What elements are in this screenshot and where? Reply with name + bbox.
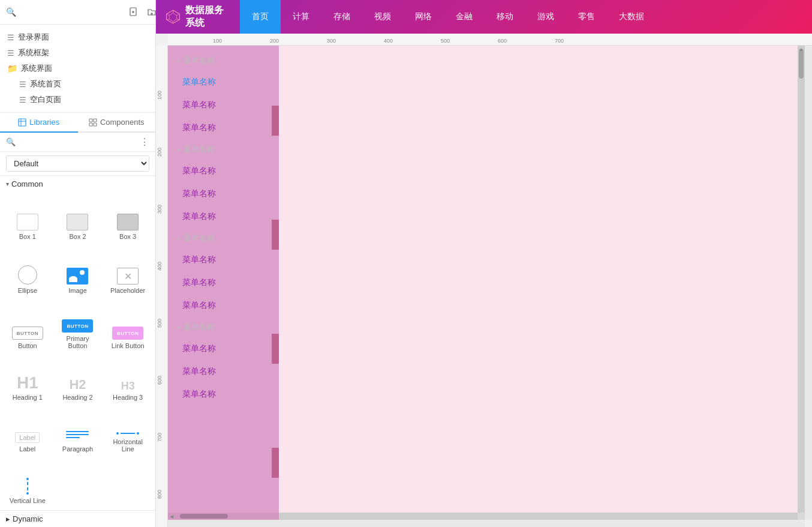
component-box1[interactable]: Box 1 [4, 194, 52, 244]
nav-item-compute[interactable]: 计算 [281, 0, 321, 34]
h3-icon: H3 [121, 381, 135, 391]
left-panel: 🔍 ☰ 登录界面 ☰ [0, 0, 156, 527]
scrollbar-h-thumb[interactable] [180, 514, 228, 519]
component-placeholder[interactable]: Placeholder [104, 246, 152, 298]
h2-label: Heading 2 [62, 394, 92, 401]
component-vline[interactable]: Vertical Line [4, 459, 52, 508]
lib-search-input[interactable] [19, 137, 136, 146]
top-navbar: 数据服务系统 首页 计算 存储 视频 网络 金融 移动 [156, 0, 812, 34]
sidebar-resize-handle-4[interactable] [272, 448, 279, 478]
scrollbar-horizontal[interactable]: ◀ [168, 513, 798, 520]
ruler-label-300: 300 [327, 38, 336, 44]
component-box2[interactable]: Box 2 [54, 194, 102, 244]
tree-item-syshome[interactable]: ☰ 系统首页 [0, 76, 155, 92]
sidebar-resize-handle-2[interactable] [272, 220, 279, 250]
sidebar-resize-handle-1[interactable] [272, 106, 279, 136]
menu-group-header-1: ▪ 菜单名称 [168, 50, 279, 71]
preview-main-content [279, 46, 798, 513]
image-label: Image [68, 287, 87, 294]
component-hline[interactable]: Horizontal Line [104, 407, 152, 456]
link-button-icon: BUTTON [112, 327, 143, 340]
component-h2[interactable]: H2 Heading 2 [54, 355, 102, 405]
component-paragraph[interactable]: Paragraph [54, 407, 102, 456]
more-options-icon[interactable]: ⋮ [140, 136, 149, 148]
main-content: 数据服务系统 首页 计算 存储 视频 网络 金融 移动 [156, 0, 812, 527]
nav-item-finance[interactable]: 金融 [444, 0, 485, 34]
canvas-scroll-area[interactable]: ▪ 菜单名称 菜单名称 菜单名称 菜单名称 [168, 46, 805, 520]
hline-icon [116, 431, 139, 436]
component-label[interactable]: Label Label [4, 407, 52, 456]
menu-item-12[interactable]: 菜单名称 [168, 383, 279, 406]
component-link-button[interactable]: BUTTON Link Button [104, 300, 152, 353]
tree-item-sysui[interactable]: 📁 系统界面 [0, 61, 155, 76]
menu-item-7[interactable]: 菜单名称 [168, 248, 279, 271]
nav-item-retail[interactable]: 零售 [566, 0, 607, 34]
file-icon: ☰ [7, 33, 14, 42]
sidebar-resize-handle-3[interactable] [272, 334, 279, 364]
component-h3[interactable]: H3 Heading 3 [104, 355, 152, 405]
svg-marker-13 [169, 13, 177, 22]
menu-item-4[interactable]: 菜单名称 [168, 160, 279, 182]
add-file-button[interactable] [127, 5, 141, 19]
preview-sidebar: ▪ 菜单名称 菜单名称 菜单名称 菜单名称 [168, 46, 279, 520]
top-search-input[interactable] [21, 8, 122, 17]
menu-item-9[interactable]: 菜单名称 [168, 294, 279, 317]
nav-item-home[interactable]: 首页 [240, 0, 281, 34]
ruler-label-v100: 100 [157, 91, 163, 100]
scrollbar-vertical[interactable] [798, 46, 805, 513]
ellipse-icon [18, 265, 37, 285]
tree-item-blank[interactable]: ☰ 空白页面 [0, 92, 155, 107]
menu-item-11[interactable]: 菜单名称 [168, 360, 279, 383]
component-h1[interactable]: H1 Heading 1 [4, 355, 52, 405]
scroll-left-arrow[interactable]: ◀ [168, 513, 175, 520]
component-box3[interactable]: Box 3 [104, 194, 152, 244]
menu-group-header-2: ▪ 菜单名称 [168, 139, 279, 160]
lib-tabs: Libraries Components [0, 113, 155, 133]
menu-item-3[interactable]: 菜单名称 [168, 116, 279, 139]
nav-item-bigdata[interactable]: 大数据 [607, 0, 656, 34]
nav-item-video[interactable]: 视频 [362, 0, 403, 34]
menu-item-2[interactable]: 菜单名称 [168, 94, 279, 116]
menu-item-5[interactable]: 菜单名称 [168, 182, 279, 205]
ruler-label-200: 200 [270, 38, 279, 44]
canvas-scrollbar-v[interactable] [805, 46, 812, 520]
menu-item-8[interactable]: 菜单名称 [168, 271, 279, 294]
menu-item-active[interactable]: 菜单名称 [168, 71, 279, 94]
component-button[interactable]: BUTTON Button [4, 300, 52, 353]
menu-item-10[interactable]: 菜单名称 [168, 337, 279, 360]
scroll-up-arrow[interactable]: ▲ [798, 46, 805, 53]
svg-line-19 [167, 14, 170, 15]
category-common[interactable]: ▾ Common [0, 176, 155, 192]
logo-icon [166, 7, 181, 26]
tab-libraries[interactable]: Libraries [0, 113, 78, 133]
nav-item-storage[interactable]: 存储 [321, 0, 362, 34]
tab-components[interactable]: Components [78, 113, 156, 133]
nav-item-network[interactable]: 网络 [403, 0, 444, 34]
ruler-label-v400: 400 [157, 262, 163, 271]
nav-item-mobile[interactable]: 移动 [485, 0, 525, 34]
tree-item-login[interactable]: ☰ 登录界面 [0, 29, 155, 45]
svg-line-16 [177, 19, 180, 20]
component-image[interactable]: Image [54, 246, 102, 298]
menu-item-6[interactable]: 菜单名称 [168, 205, 279, 228]
category-dynamic[interactable]: ▸ Dynamic [0, 510, 155, 527]
ruler-left: 100 200 300 400 500 600 700 800 [156, 46, 168, 527]
logo-text: 数据服务系统 [185, 4, 230, 29]
paragraph-label: Paragraph [62, 445, 93, 453]
search-icon: 🔍 [6, 7, 16, 17]
vline-label: Vertical Line [10, 497, 46, 504]
collapse-icon-3: ▪ [178, 235, 180, 242]
scrollbar-v-thumb[interactable] [799, 49, 804, 79]
placeholder-label: Placeholder [110, 287, 145, 294]
top-search-row: 🔍 [0, 0, 155, 25]
add-folder-button[interactable] [145, 5, 159, 19]
tree-item-sysframe[interactable]: ☰ 系统框架 [0, 45, 155, 61]
box3-label: Box 3 [119, 233, 136, 240]
component-ellipse[interactable]: Ellipse [4, 246, 52, 298]
library-dropdown[interactable]: Default [6, 155, 149, 172]
file-icon: ☰ [19, 95, 26, 104]
canvas-scrollbar-h[interactable] [168, 520, 805, 527]
component-primary-button[interactable]: BUTTON Primary Button [54, 300, 102, 353]
nav-item-games[interactable]: 游戏 [525, 0, 566, 34]
button-label: Button [18, 342, 37, 349]
